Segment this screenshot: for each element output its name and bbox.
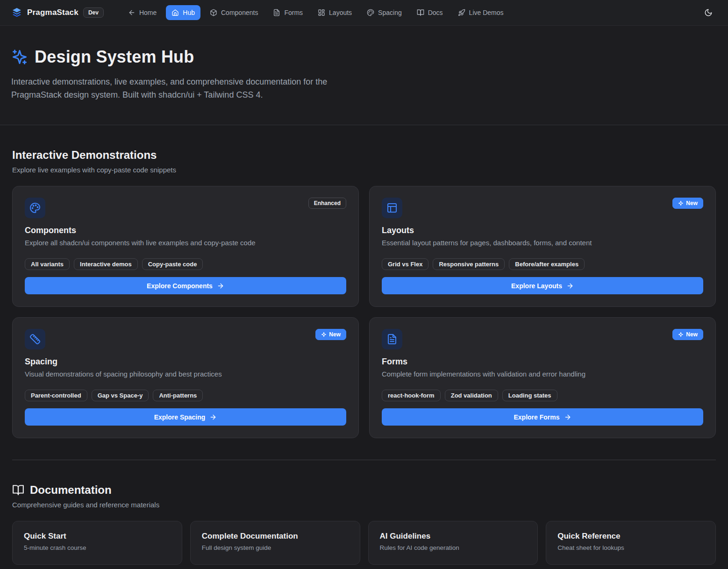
brand-logo[interactable]: PragmaStack Dev <box>11 7 104 18</box>
explore-components-button[interactable]: Explore Components <box>25 277 346 294</box>
doc-card-description: Rules for AI code generation <box>380 544 527 551</box>
arrow-right-icon <box>564 413 571 421</box>
nav-label: Layouts <box>329 9 352 16</box>
tag: Interactive demos <box>74 258 138 270</box>
main-nav: Home Hub Components Forms Layouts <box>122 5 681 20</box>
moon-icon <box>704 8 713 17</box>
doc-card-quick-start[interactable]: Quick Start 5-minute crash course <box>12 521 182 565</box>
demos-section: Interactive Demonstrations Explore live … <box>12 125 716 438</box>
enhanced-badge: Enhanced <box>308 198 346 209</box>
main-content: Interactive Demonstrations Explore live … <box>0 125 728 565</box>
tag: Responsive patterns <box>433 258 505 270</box>
layout-dashboard-icon <box>318 9 325 16</box>
page-subtitle: Interactive demonstrations, live example… <box>11 75 362 101</box>
nav-label: Home <box>139 9 157 16</box>
card-description: Complete form implementations with valid… <box>382 369 703 379</box>
new-badge: New <box>672 329 703 340</box>
nav-item-home[interactable]: Home <box>122 5 162 20</box>
file-text-icon <box>273 9 280 16</box>
tag-row: Grid vs Flex Responsive patterns Before/… <box>382 258 703 270</box>
demo-card-grid: Enhanced Components Explore all shadcn/u… <box>12 186 716 438</box>
file-text-icon <box>382 329 402 349</box>
explore-layouts-button[interactable]: Explore Layouts <box>382 277 703 294</box>
cta-label: Explore Spacing <box>154 413 206 421</box>
card-title: Spacing <box>25 357 346 367</box>
card-description: Visual demonstrations of spacing philoso… <box>25 369 346 379</box>
docs-subheading: Comprehensive guides and reference mater… <box>12 501 716 509</box>
badge-label: New <box>329 331 341 338</box>
nav-item-hub[interactable]: Hub <box>166 5 200 20</box>
demo-card-layouts: New Layouts Essential layout patterns fo… <box>369 186 716 307</box>
tag: Copy-paste code <box>142 258 203 270</box>
cta-label: Explore Layouts <box>511 282 562 290</box>
navbar: PragmaStack Dev Home Hub Components Fo <box>0 0 728 26</box>
doc-card-quick-reference[interactable]: Quick Reference Cheat sheet for lookups <box>546 521 716 565</box>
badge-label: New <box>686 331 698 338</box>
tag-row: Parent-controlled Gap vs Space-y Anti-pa… <box>25 390 346 401</box>
doc-card-description: Full design system guide <box>202 544 349 551</box>
arrow-right-icon <box>217 282 224 290</box>
explore-spacing-button[interactable]: Explore Spacing <box>25 408 346 426</box>
sparkles-icon <box>678 200 684 206</box>
book-open-icon <box>12 484 24 496</box>
sparkles-icon <box>11 49 28 65</box>
nav-label: Hub <box>183 9 195 16</box>
nav-label: Spacing <box>378 9 402 16</box>
card-title: Components <box>25 226 346 235</box>
tag: Loading states <box>502 390 557 401</box>
card-title: Forms <box>382 357 703 367</box>
badge-label: New <box>686 200 698 206</box>
nav-item-spacing[interactable]: Spacing <box>361 5 407 20</box>
sparkles-icon <box>321 332 327 337</box>
explore-forms-button[interactable]: Explore Forms <box>382 408 703 426</box>
doc-card-title: Complete Documentation <box>202 532 349 541</box>
palette-icon <box>25 198 45 218</box>
tag: Gap vs Space-y <box>92 390 149 401</box>
demo-card-components: Enhanced Components Explore all shadcn/u… <box>12 186 359 307</box>
nav-item-live-demos[interactable]: Live Demos <box>452 5 509 20</box>
page-title: Design System Hub <box>35 47 194 67</box>
arrow-right-icon <box>566 282 574 290</box>
doc-card-title: AI Guidelines <box>380 532 527 541</box>
tag: Grid vs Flex <box>382 258 428 270</box>
rocket-icon <box>458 9 465 16</box>
tag: Parent-controlled <box>25 390 87 401</box>
demos-subheading: Explore live examples with copy-paste co… <box>12 166 716 174</box>
tag: All variants <box>25 258 70 270</box>
demos-heading: Interactive Demonstrations <box>12 149 716 162</box>
book-open-icon <box>417 9 424 16</box>
card-description: Explore all shadcn/ui components with li… <box>25 238 346 248</box>
layers-icon <box>11 7 22 18</box>
new-badge: New <box>315 329 346 340</box>
nav-item-forms[interactable]: Forms <box>267 5 308 20</box>
nav-label: Live Demos <box>469 9 504 16</box>
doc-card-ai-guidelines[interactable]: AI Guidelines Rules for AI code generati… <box>368 521 538 565</box>
theme-toggle-button[interactable] <box>700 4 717 21</box>
nav-label: Forms <box>284 9 303 16</box>
panels-top-left-icon <box>382 198 402 218</box>
card-description: Essential layout patterns for pages, das… <box>382 238 703 248</box>
brand-name: PragmaStack <box>27 8 79 17</box>
demo-card-forms: New Forms Complete form implementations … <box>369 317 716 438</box>
nav-item-docs[interactable]: Docs <box>411 5 449 20</box>
card-title: Layouts <box>382 226 703 235</box>
tag: Zod validation <box>445 390 498 401</box>
cta-label: Explore Components <box>147 282 213 290</box>
nav-item-layouts[interactable]: Layouts <box>312 5 357 20</box>
docs-heading: Documentation <box>30 484 112 497</box>
demo-card-spacing: New Spacing Visual demonstrations of spa… <box>12 317 359 438</box>
arrow-left-icon <box>128 9 136 16</box>
doc-card-description: 5-minute crash course <box>24 544 171 551</box>
new-badge: New <box>672 198 703 209</box>
doc-card-complete-documentation[interactable]: Complete Documentation Full design syste… <box>190 521 360 565</box>
package-icon <box>210 9 217 16</box>
hero: Design System Hub Interactive demonstrat… <box>0 26 728 125</box>
ruler-icon <box>25 329 45 349</box>
docs-section: Documentation Comprehensive guides and r… <box>12 460 716 565</box>
tag: Before/after examples <box>509 258 585 270</box>
tag-row: All variants Interactive demos Copy-past… <box>25 258 346 270</box>
tag-row: react-hook-form Zod validation Loading s… <box>382 390 703 401</box>
nav-item-components[interactable]: Components <box>204 5 264 20</box>
doc-card-title: Quick Start <box>24 532 171 541</box>
arrow-right-icon <box>209 413 217 421</box>
